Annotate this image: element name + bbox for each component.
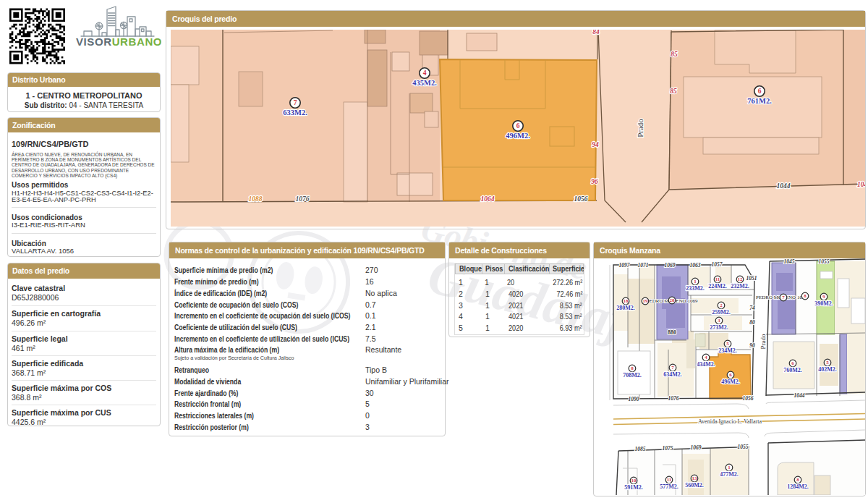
svg-text:2: 2	[720, 303, 723, 308]
svg-text:6: 6	[791, 360, 794, 366]
svg-text:1069: 1069	[691, 444, 702, 451]
svg-text:85: 85	[671, 51, 678, 58]
svg-text:96: 96	[591, 178, 598, 185]
svg-text:434M2.: 434M2.	[697, 361, 715, 368]
svg-text:1085: 1085	[635, 446, 646, 452]
svg-text:19: 19	[643, 298, 649, 304]
svg-text:5: 5	[726, 341, 729, 347]
svg-text:84: 84	[592, 30, 600, 35]
svg-text:10: 10	[631, 478, 637, 483]
svg-text:VISORURBANO: VISORURBANO	[76, 35, 161, 48]
svg-text:Avenida Ignacio L. Vallarta: Avenida Ignacio L. Vallarta	[698, 418, 762, 425]
svg-text:280M2.: 280M2.	[616, 305, 635, 311]
svg-text:390M2.: 390M2.	[814, 300, 833, 307]
svg-text:PEDRO MORENO 10: PEDRO MORENO 10	[756, 295, 802, 300]
svg-text:1071: 1071	[638, 262, 649, 269]
svg-text:7: 7	[782, 295, 785, 300]
svg-text:477M2.: 477M2.	[720, 471, 739, 478]
svg-text:1: 1	[694, 279, 697, 284]
svg-text:85: 85	[670, 88, 677, 95]
svg-text:8: 8	[796, 477, 799, 483]
svg-text:1056: 1056	[743, 395, 754, 402]
svg-text:12: 12	[738, 276, 744, 282]
svg-text:234M2.: 234M2.	[718, 347, 737, 354]
svg-text:560M2.: 560M2.	[685, 482, 704, 489]
svg-text:13: 13	[692, 475, 698, 481]
svg-text:6: 6	[516, 122, 520, 130]
svg-text:80: 80	[749, 319, 755, 326]
svg-text:1056: 1056	[574, 195, 588, 203]
svg-text:1044: 1044	[777, 182, 791, 190]
svg-text:7: 7	[671, 365, 674, 371]
svg-text:1076: 1076	[668, 395, 679, 402]
svg-text:435M2.: 435M2.	[412, 79, 437, 87]
svg-text:1055: 1055	[738, 444, 749, 450]
svg-text:18: 18	[624, 298, 629, 304]
svg-text:1097: 1097	[619, 262, 630, 269]
svg-text:880: 880	[668, 329, 676, 336]
svg-text:3: 3	[718, 318, 720, 324]
svg-text:1055: 1055	[819, 258, 830, 265]
svg-text:11: 11	[667, 477, 672, 483]
svg-text:496M2.: 496M2.	[721, 379, 740, 385]
svg-text:259M2.: 259M2.	[712, 309, 731, 316]
svg-text:1: 1	[728, 465, 731, 470]
svg-text:1069: 1069	[665, 262, 676, 269]
svg-text:760M2.: 760M2.	[783, 367, 802, 373]
svg-text:577M2.: 577M2.	[660, 483, 678, 490]
svg-text:4: 4	[705, 355, 707, 360]
svg-text:6: 6	[729, 372, 732, 378]
svg-text:273M2.: 273M2.	[710, 324, 728, 331]
svg-text:1090: 1090	[629, 396, 639, 402]
svg-text:233M2.: 233M2.	[686, 285, 705, 292]
svg-text:708M2.: 708M2.	[623, 372, 642, 379]
svg-text:1057: 1057	[712, 261, 723, 268]
svg-text:90: 90	[749, 342, 755, 349]
svg-text:1063: 1063	[690, 262, 701, 269]
svg-text:5: 5	[826, 360, 829, 365]
svg-text:402M2.: 402M2.	[818, 366, 837, 373]
svg-text:6: 6	[758, 88, 762, 95]
svg-text:11: 11	[715, 276, 720, 282]
svg-text:20: 20	[670, 297, 676, 303]
svg-text:761M2.: 761M2.	[747, 97, 772, 105]
svg-text:74: 74	[749, 305, 755, 311]
svg-text:94: 94	[592, 141, 599, 148]
svg-text:1075: 1075	[663, 445, 673, 452]
svg-text:Prado: Prado	[636, 119, 644, 138]
svg-text:496M2.: 496M2.	[506, 132, 530, 140]
svg-text:633M2.: 633M2.	[283, 109, 307, 117]
svg-text:8: 8	[631, 365, 634, 371]
svg-text:1064: 1064	[481, 195, 495, 203]
svg-text:1051: 1051	[746, 275, 757, 282]
svg-text:104: 104	[857, 181, 865, 188]
svg-text:1284M2.: 1284M2.	[787, 483, 809, 490]
svg-text:Prado: Prado	[760, 334, 767, 349]
svg-text:224M2.: 224M2.	[708, 283, 727, 289]
svg-text:9: 9	[822, 294, 825, 300]
svg-text:7: 7	[294, 99, 297, 106]
svg-text:1044: 1044	[794, 392, 805, 399]
svg-text:591M2.: 591M2.	[624, 484, 643, 491]
svg-text:8: 8	[804, 293, 807, 299]
svg-text:634M2.: 634M2.	[663, 371, 682, 378]
svg-text:232M2.: 232M2.	[731, 283, 749, 289]
svg-text:1076: 1076	[296, 195, 310, 203]
svg-text:1088: 1088	[249, 195, 263, 203]
svg-text:4: 4	[423, 69, 427, 77]
svg-text:1045: 1045	[784, 258, 795, 265]
